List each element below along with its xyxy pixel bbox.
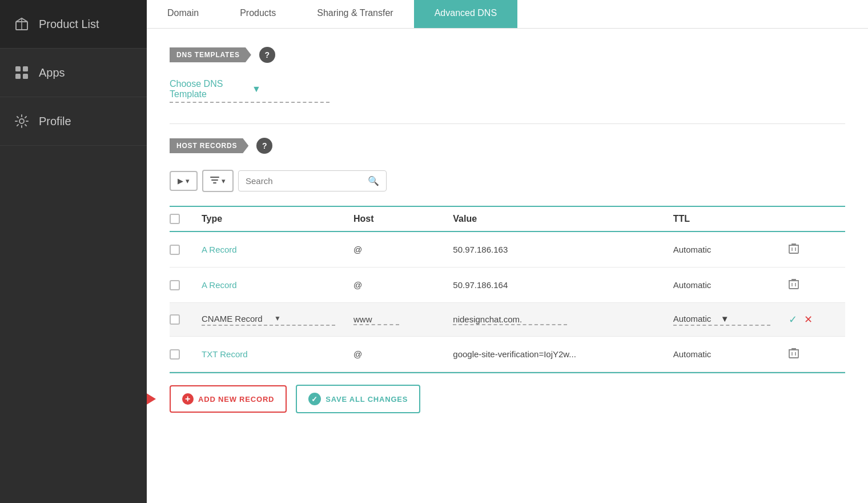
tab-advanced-dns[interactable]: Advanced DNS	[414, 0, 517, 28]
sidebar: Product List Apps Profile	[0, 0, 147, 503]
sidebar-item-product-list[interactable]: Product List	[0, 0, 147, 49]
row-3-value-input[interactable]	[453, 314, 567, 325]
play-button[interactable]: ▶ ▾	[170, 171, 198, 191]
search-icon[interactable]: 🔍	[368, 175, 379, 186]
filter-button[interactable]: ▾	[202, 170, 234, 192]
col-checkbox	[170, 207, 192, 231]
row-3-type-select-wrap: CNAME Record A Record TXT Record MX Reco…	[202, 314, 335, 326]
play-icon: ▶	[178, 177, 183, 185]
row-2-delete-icon[interactable]	[789, 280, 799, 292]
sidebar-item-profile[interactable]: Profile	[0, 97, 147, 146]
row-1-ttl: Automatic	[664, 231, 779, 268]
dns-templates-help[interactable]: ?	[259, 47, 275, 63]
row-3-ttl-select[interactable]: Automatic 1 min 5 min 30 min	[673, 314, 721, 324]
svg-rect-12	[789, 281, 798, 289]
sidebar-item-apps-label: Apps	[39, 66, 65, 79]
svg-rect-3	[15, 66, 21, 71]
dns-template-arrow: ▼	[252, 84, 329, 94]
plus-circle-icon: +	[182, 393, 194, 405]
row-4-host: @	[344, 337, 444, 372]
row-4-checkbox[interactable]	[170, 349, 180, 360]
svg-rect-4	[23, 66, 28, 71]
toolbar: ▶ ▾ ▾ 🔍	[170, 170, 845, 192]
row-4-delete-icon[interactable]	[789, 349, 799, 361]
col-host: Host	[344, 207, 444, 231]
save-check-icon: ✓	[308, 393, 321, 405]
row-3-checkbox[interactable]	[170, 314, 180, 325]
tab-domain[interactable]: Domain	[147, 0, 219, 28]
dns-records-table: Type Host Value TTL A Record @ 50.97.186…	[170, 207, 845, 372]
row-1-type[interactable]: A Record	[202, 245, 237, 254]
row-2-value: 50.97.186.164	[444, 268, 664, 303]
col-value: Value	[444, 207, 664, 231]
dns-template-placeholder: Choose DNS Template	[170, 79, 247, 99]
dns-templates-badge: DNS TEMPLATES	[170, 47, 251, 62]
cube-icon	[14, 16, 30, 32]
svg-rect-5	[15, 74, 21, 79]
filter-arrow-icon: ▾	[222, 177, 226, 185]
search-box: 🔍	[238, 170, 387, 191]
add-new-record-button[interactable]: + ADD NEW RECORD	[170, 385, 287, 413]
sidebar-item-profile-label: Profile	[39, 115, 71, 128]
row-3-ttl-select-wrap: Automatic 1 min 5 min 30 min ▼	[673, 314, 770, 326]
table-header-row: Type Host Value TTL	[170, 207, 845, 231]
svg-rect-16	[789, 350, 798, 358]
main-content: Domain Products Sharing & Transfer Advan…	[147, 0, 868, 503]
row-3-type-select[interactable]: CNAME Record A Record TXT Record MX Reco…	[202, 314, 274, 324]
host-records-section: HOST RECORDS ?	[170, 138, 272, 154]
row-2-type[interactable]: A Record	[202, 280, 237, 290]
dns-templates-section: DNS TEMPLATES ?	[170, 47, 275, 63]
row-1-checkbox[interactable]	[170, 245, 180, 255]
col-ttl: TTL	[664, 207, 779, 231]
table-row: TXT Record @ google-site-verification=Io…	[170, 337, 845, 372]
filter-icon	[210, 175, 219, 186]
row-1-delete-icon[interactable]	[789, 245, 799, 256]
save-changes-label: SAVE ALL CHANGES	[326, 395, 408, 404]
gear-icon	[14, 113, 30, 129]
select-all-checkbox[interactable]	[170, 214, 180, 224]
row-4-type[interactable]: TXT Record	[202, 349, 248, 359]
table-row: A Record @ 50.97.186.164 Automatic	[170, 268, 845, 303]
save-all-changes-button[interactable]: ✓ SAVE ALL CHANGES	[296, 385, 420, 413]
section-divider-1	[170, 123, 845, 124]
row-1-value: 50.97.186.163	[444, 231, 664, 268]
row-2-host: @	[344, 268, 444, 303]
svg-rect-6	[23, 74, 28, 79]
apps-icon	[14, 65, 30, 81]
row-4-value: google-site-verification=IojY2w...	[444, 337, 664, 372]
tab-bar: Domain Products Sharing & Transfer Advan…	[147, 0, 868, 29]
dns-template-dropdown[interactable]: Choose DNS Template ▼	[170, 79, 329, 103]
add-record-label: ADD NEW RECORD	[198, 395, 274, 404]
tab-sharing-transfer[interactable]: Sharing & Transfer	[296, 0, 413, 28]
row-4-ttl: Automatic	[664, 337, 779, 372]
sidebar-item-product-list-label: Product List	[39, 18, 99, 31]
table-row: A Record @ 50.97.186.163 Automatic	[170, 231, 845, 268]
row-3-ttl-arrow: ▼	[721, 314, 729, 324]
row-3-cancel-icon[interactable]: ✕	[804, 313, 813, 326]
host-records-badge: HOST RECORDS	[170, 138, 248, 153]
arrow-pointer	[147, 386, 156, 412]
host-records-help[interactable]: ?	[256, 138, 272, 154]
svg-point-7	[19, 119, 24, 123]
row-3-host-input[interactable]	[353, 314, 399, 325]
col-actions	[779, 207, 845, 231]
row-2-checkbox[interactable]	[170, 280, 180, 290]
play-arrow-icon: ▾	[186, 177, 190, 185]
col-type: Type	[192, 207, 344, 231]
dns-templates-row: Choose DNS Template ▼	[170, 79, 845, 103]
search-input[interactable]	[246, 176, 368, 186]
bottom-action-bar: + ADD NEW RECORD ✓ SAVE ALL CHANGES	[170, 373, 845, 425]
arrow-head	[147, 386, 156, 412]
svg-rect-8	[789, 245, 798, 253]
row-2-ttl: Automatic	[664, 268, 779, 303]
content-area: DNS TEMPLATES ? Choose DNS Template ▼ HO…	[147, 29, 868, 503]
row-3-confirm-icon[interactable]: ✓	[789, 313, 797, 326]
table-row-editing: CNAME Record A Record TXT Record MX Reco…	[170, 303, 845, 337]
tab-products[interactable]: Products	[219, 0, 296, 28]
sidebar-item-apps[interactable]: Apps	[0, 49, 147, 97]
row-1-host: @	[344, 231, 444, 268]
row-3-type-arrow: ▼	[274, 314, 281, 322]
row-3-actions: ✓ ✕	[789, 313, 836, 326]
